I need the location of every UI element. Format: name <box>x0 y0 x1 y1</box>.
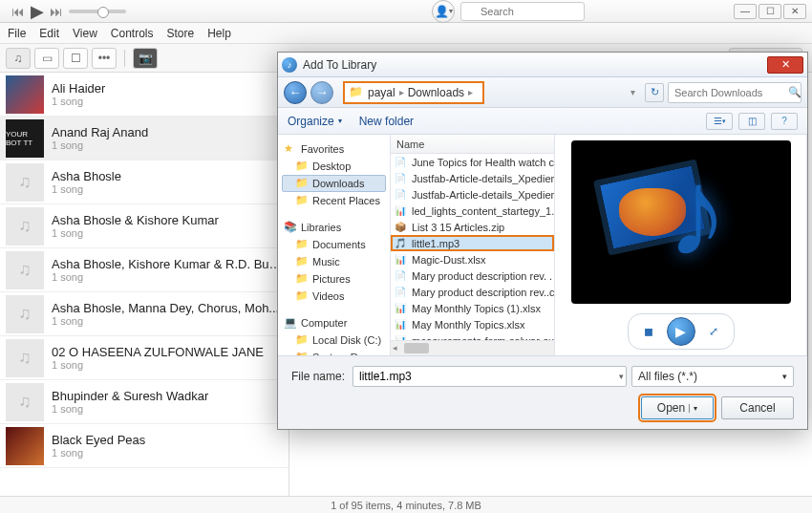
music-icon[interactable]: ♫ <box>6 48 31 69</box>
artist-row[interactable]: Black Eyed Peas1 song <box>0 424 288 468</box>
preview-stop-button[interactable]: ◼ <box>640 323 657 340</box>
user-account-button[interactable]: 👤▾ <box>432 0 455 23</box>
tree-item[interactable]: 📁Local Disk (C:) <box>282 331 386 349</box>
artist-thumbnail <box>6 75 44 114</box>
preview-fullscreen-button[interactable]: ⤢ <box>705 323 722 340</box>
artist-row[interactable]: ♫Asha Bhosle, Manna Dey, Chorus, Moh...1… <box>0 292 288 336</box>
folder-icon: 📁 <box>349 85 364 100</box>
file-row[interactable]: 📄Justfab-Article-details_Xpedien <box>391 186 554 203</box>
minimize-button[interactable]: — <box>734 4 757 19</box>
tv-icon[interactable]: ☐ <box>63 48 88 69</box>
artist-name: Asha Bhosle, Manna Dey, Chorus, Moh... <box>52 301 279 315</box>
filename-input[interactable] <box>353 366 627 387</box>
artist-thumbnail: ♫ <box>6 207 44 246</box>
dialog-close-button[interactable]: ✕ <box>767 56 803 74</box>
artist-row[interactable]: ♫Asha Bhosle, Kishore Kumar & R.D. Bur..… <box>0 248 288 292</box>
close-button[interactable]: ✕ <box>783 4 806 19</box>
preview-play-button[interactable]: ▶ <box>667 317 695 346</box>
refresh-button[interactable]: ↻ <box>645 83 664 102</box>
menu-store[interactable]: Store <box>167 27 195 40</box>
file-row[interactable]: 📦List 3 15 Articles.zip <box>391 219 554 235</box>
tree-item[interactable]: 📁Downloads <box>282 175 386 192</box>
breadcrumb[interactable]: 📁 payal ▸ Downloads ▸ <box>343 81 484 104</box>
tree-group-libraries[interactable]: 📚Libraries <box>282 219 386 236</box>
artist-row[interactable]: ♫Asha Bhosle & Kishore Kumar1 song <box>0 204 288 248</box>
more-icon[interactable]: ••• <box>92 48 117 69</box>
add-to-library-dialog: ♪ Add To Library ✕ ← → 📁 payal ▸ Downloa… <box>277 52 808 430</box>
artist-song-count: 1 song <box>52 359 264 371</box>
horizontal-scrollbar[interactable]: ◂ <box>391 340 554 355</box>
file-row[interactable]: 📊May Monthly Topics (1).xlsx <box>391 300 554 316</box>
file-row[interactable]: 📄Mary product description rev..c <box>391 284 554 300</box>
dialog-search-input[interactable] <box>668 82 801 103</box>
artist-row[interactable]: ♫Asha Bhosle1 song <box>0 160 288 204</box>
breadcrumb-dropdown[interactable]: ▾ <box>630 87 635 97</box>
movies-icon[interactable]: ▭ <box>34 48 59 69</box>
file-row[interactable]: 🎵little1.mp3 <box>391 235 554 251</box>
file-name: Justfab-Article-details_Xpedien <box>412 189 554 201</box>
cancel-button[interactable]: Cancel <box>721 396 794 419</box>
artist-row[interactable]: Ali Haider1 song <box>0 73 288 117</box>
file-filter-dropdown[interactable]: All files (*.*)▾ <box>631 366 794 387</box>
view-options-button[interactable]: ☰▾ <box>706 113 733 130</box>
menu-controls[interactable]: Controls <box>111 27 154 40</box>
nav-back-button[interactable]: ← <box>284 81 307 104</box>
camera-icon[interactable]: 📷 <box>133 48 158 69</box>
filename-dropdown[interactable]: ▾ <box>619 372 624 381</box>
new-folder-button[interactable]: New folder <box>359 115 414 128</box>
open-button[interactable]: Open ▾ <box>641 396 714 419</box>
file-row[interactable]: 📊measurements-form-salwar-su <box>391 332 554 340</box>
file-icon: 🎵 <box>395 238 408 248</box>
help-button[interactable]: ? <box>771 113 798 130</box>
artist-song-count: 1 song <box>52 96 105 107</box>
file-icon: 📊 <box>395 303 408 313</box>
file-row[interactable]: 📊led_lights_content_startegy_1.x <box>391 203 554 219</box>
tree-item[interactable]: 📁Videos <box>282 288 386 305</box>
artist-song-count: 1 song <box>52 447 145 459</box>
prev-track-button[interactable]: ⏮ <box>11 4 25 19</box>
maximize-button[interactable]: ☐ <box>759 4 781 19</box>
file-name: Magic-Dust.xlsx <box>412 254 486 266</box>
menu-help[interactable]: Help <box>207 27 231 40</box>
tree-item[interactable]: 📁Music <box>282 253 386 270</box>
menu-edit[interactable]: Edit <box>39 27 59 40</box>
artist-song-count: 1 song <box>52 403 208 415</box>
tree-item[interactable]: 📁Pictures <box>282 270 386 288</box>
artist-song-count: 1 song <box>52 139 148 151</box>
artist-thumbnail: ♫ <box>6 295 44 333</box>
artist-name: Asha Bhosle <box>52 169 121 183</box>
volume-slider[interactable] <box>69 10 126 13</box>
tree-group-favorites[interactable]: ★Favorites <box>282 140 386 158</box>
artist-name: Black Eyed Peas <box>52 433 145 447</box>
artist-row[interactable]: YOUR BOT TTAnand Raj Anand1 song <box>0 117 288 160</box>
tree-group-computer[interactable]: 💻Computer <box>282 314 386 331</box>
artist-list[interactable]: Ali Haider1 songYOUR BOT TTAnand Raj Ana… <box>0 73 289 496</box>
artist-row[interactable]: ♫02 O HASEENA ZULFONWALE JANE1 song <box>0 336 288 380</box>
file-list[interactable]: 📄June Topics for Health watch c📄Justfab-… <box>391 154 554 340</box>
column-header-name[interactable]: Name <box>391 135 554 154</box>
file-icon: 📊 <box>395 319 408 330</box>
artist-row[interactable]: ♫Bhupinder & Suresh Wadkar1 song <box>0 380 288 424</box>
preview-pane-button[interactable]: ◫ <box>738 113 765 130</box>
tree-item[interactable]: 📁Recent Places <box>282 192 386 209</box>
next-track-button[interactable]: ⏭ <box>50 4 63 19</box>
menu-view[interactable]: View <box>73 27 97 40</box>
tree-item[interactable]: 📁System Reserved <box>282 349 386 355</box>
file-name: May Monthly Topics.xlsx <box>412 319 524 331</box>
search-input[interactable] <box>460 2 585 21</box>
file-row[interactable]: 📄June Topics for Health watch c <box>391 154 554 170</box>
organize-menu[interactable]: Organize ▾ <box>288 115 342 128</box>
file-name: May Monthly Topics (1).xlsx <box>412 303 541 314</box>
file-row[interactable]: 📄Mary product description rev. . <box>391 267 554 284</box>
file-row[interactable]: 📊May Monthly Topics.xlsx <box>391 316 554 332</box>
file-row[interactable]: 📊Magic-Dust.xlsx <box>391 251 554 267</box>
file-row[interactable]: 📄Justfab-Article-details_Xpedien <box>391 170 554 186</box>
tree-item[interactable]: 📁Documents <box>282 236 386 253</box>
artist-name: Asha Bhosle & Kishore Kumar <box>52 213 219 227</box>
tree-item[interactable]: 📁Desktop <box>282 158 386 175</box>
menu-file[interactable]: File <box>8 27 26 40</box>
nav-forward-button[interactable]: → <box>310 81 333 104</box>
file-icon: 📊 <box>395 205 408 216</box>
folder-tree[interactable]: ★Favorites📁Desktop📁Downloads📁Recent Plac… <box>278 135 391 355</box>
play-button[interactable]: ▶ <box>31 1 44 22</box>
